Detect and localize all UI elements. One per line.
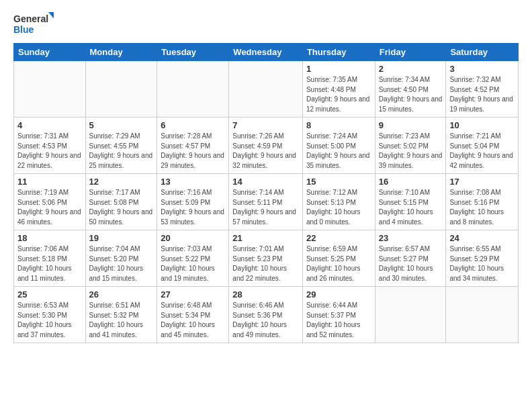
day-number: 15: [306, 177, 371, 187]
day-header-tuesday: Tuesday: [157, 44, 229, 61]
calendar-table: SundayMondayTuesdayWednesdayThursdayFrid…: [13, 43, 519, 343]
day-number: 20: [161, 233, 225, 243]
cell-info: Sunrise: 7:06 AM Sunset: 5:18 PM Dayligh…: [17, 244, 82, 283]
day-number: 7: [232, 120, 299, 130]
cell-info: Sunrise: 7:28 AM Sunset: 4:57 PM Dayligh…: [161, 132, 225, 171]
cell-info: Sunrise: 6:57 AM Sunset: 5:27 PM Dayligh…: [379, 244, 443, 283]
day-number: 17: [449, 177, 515, 187]
calendar-cell: 12Sunrise: 7:17 AM Sunset: 5:08 PM Dayli…: [85, 174, 157, 230]
day-number: 5: [89, 120, 154, 130]
cell-info: Sunrise: 7:10 AM Sunset: 5:15 PM Dayligh…: [379, 188, 443, 227]
day-header-friday: Friday: [375, 44, 446, 61]
cell-info: Sunrise: 7:17 AM Sunset: 5:08 PM Dayligh…: [89, 188, 154, 227]
calendar-cell: 15Sunrise: 7:12 AM Sunset: 5:13 PM Dayli…: [302, 174, 375, 230]
cell-info: Sunrise: 7:26 AM Sunset: 4:59 PM Dayligh…: [232, 132, 299, 171]
calendar-cell: [229, 61, 303, 118]
calendar-cell: 26Sunrise: 6:51 AM Sunset: 5:32 PM Dayli…: [85, 287, 157, 343]
calendar-cell: 4Sunrise: 7:31 AM Sunset: 4:53 PM Daylig…: [14, 118, 86, 174]
cell-info: Sunrise: 7:14 AM Sunset: 5:11 PM Dayligh…: [232, 188, 299, 227]
day-number: 13: [161, 177, 225, 187]
cell-info: Sunrise: 7:23 AM Sunset: 5:02 PM Dayligh…: [379, 132, 443, 171]
day-number: 9: [379, 120, 443, 130]
cell-info: Sunrise: 7:29 AM Sunset: 4:55 PM Dayligh…: [89, 132, 154, 171]
day-number: 2: [379, 64, 443, 74]
day-number: 10: [449, 120, 515, 130]
calendar-week-row: 25Sunrise: 6:53 AM Sunset: 5:30 PM Dayli…: [14, 287, 519, 343]
day-header-thursday: Thursday: [302, 44, 375, 61]
cell-info: Sunrise: 6:51 AM Sunset: 5:32 PM Dayligh…: [89, 301, 154, 340]
cell-info: Sunrise: 7:21 AM Sunset: 5:04 PM Dayligh…: [449, 132, 515, 171]
calendar-cell: [157, 61, 229, 118]
calendar-week-row: 1Sunrise: 7:35 AM Sunset: 4:48 PM Daylig…: [14, 61, 519, 118]
cell-info: Sunrise: 7:08 AM Sunset: 5:16 PM Dayligh…: [449, 188, 515, 227]
calendar-cell: 21Sunrise: 7:01 AM Sunset: 5:23 PM Dayli…: [229, 230, 303, 287]
calendar-cell: 8Sunrise: 7:24 AM Sunset: 5:00 PM Daylig…: [302, 118, 375, 174]
calendar-cell: 2Sunrise: 7:34 AM Sunset: 4:50 PM Daylig…: [375, 61, 446, 118]
cell-info: Sunrise: 7:35 AM Sunset: 4:48 PM Dayligh…: [306, 75, 371, 114]
day-number: 11: [17, 177, 82, 187]
cell-info: Sunrise: 7:32 AM Sunset: 4:52 PM Dayligh…: [449, 75, 515, 114]
day-number: 26: [89, 289, 154, 300]
day-number: 16: [379, 177, 443, 187]
day-number: 29: [306, 289, 371, 300]
day-number: 14: [232, 177, 299, 187]
calendar-cell: 20Sunrise: 7:03 AM Sunset: 5:22 PM Dayli…: [157, 230, 229, 287]
day-number: 12: [89, 177, 154, 187]
day-number: 4: [17, 120, 82, 130]
calendar-cell: [85, 61, 157, 118]
page-header: General Blue: [13, 11, 519, 38]
calendar-week-row: 11Sunrise: 7:19 AM Sunset: 5:06 PM Dayli…: [14, 174, 519, 230]
calendar-cell: 1Sunrise: 7:35 AM Sunset: 4:48 PM Daylig…: [302, 61, 375, 118]
cell-info: Sunrise: 7:04 AM Sunset: 5:20 PM Dayligh…: [89, 244, 154, 283]
logo-svg: General Blue: [13, 11, 54, 38]
calendar-week-row: 18Sunrise: 7:06 AM Sunset: 5:18 PM Dayli…: [14, 230, 519, 287]
cell-info: Sunrise: 6:48 AM Sunset: 5:34 PM Dayligh…: [161, 301, 225, 340]
calendar-cell: 7Sunrise: 7:26 AM Sunset: 4:59 PM Daylig…: [229, 118, 303, 174]
calendar-cell: 14Sunrise: 7:14 AM Sunset: 5:11 PM Dayli…: [229, 174, 303, 230]
calendar-cell: 23Sunrise: 6:57 AM Sunset: 5:27 PM Dayli…: [375, 230, 446, 287]
cell-info: Sunrise: 6:46 AM Sunset: 5:36 PM Dayligh…: [232, 301, 299, 340]
day-header-wednesday: Wednesday: [229, 44, 303, 61]
calendar-header-row: SundayMondayTuesdayWednesdayThursdayFrid…: [14, 44, 519, 61]
calendar-cell: 19Sunrise: 7:04 AM Sunset: 5:20 PM Dayli…: [85, 230, 157, 287]
calendar-week-row: 4Sunrise: 7:31 AM Sunset: 4:53 PM Daylig…: [14, 118, 519, 174]
day-number: 6: [161, 120, 225, 130]
day-number: 22: [306, 233, 371, 243]
calendar-cell: [14, 61, 86, 118]
calendar-cell: 3Sunrise: 7:32 AM Sunset: 4:52 PM Daylig…: [446, 61, 519, 118]
day-number: 23: [379, 233, 443, 243]
cell-info: Sunrise: 6:55 AM Sunset: 5:29 PM Dayligh…: [449, 244, 515, 283]
cell-info: Sunrise: 7:01 AM Sunset: 5:23 PM Dayligh…: [232, 244, 299, 283]
cell-info: Sunrise: 7:03 AM Sunset: 5:22 PM Dayligh…: [161, 244, 225, 283]
calendar-cell: 17Sunrise: 7:08 AM Sunset: 5:16 PM Dayli…: [446, 174, 519, 230]
day-number: 28: [232, 289, 299, 300]
cell-info: Sunrise: 6:59 AM Sunset: 5:25 PM Dayligh…: [306, 244, 371, 283]
svg-marker-2: [48, 12, 54, 20]
logo: General Blue: [13, 11, 54, 38]
calendar-cell: 29Sunrise: 6:44 AM Sunset: 5:37 PM Dayli…: [302, 287, 375, 343]
cell-info: Sunrise: 7:24 AM Sunset: 5:00 PM Dayligh…: [306, 132, 371, 171]
svg-text:General: General: [13, 13, 48, 24]
cell-info: Sunrise: 6:44 AM Sunset: 5:37 PM Dayligh…: [306, 301, 371, 340]
calendar-cell: [375, 287, 446, 343]
calendar-cell: 24Sunrise: 6:55 AM Sunset: 5:29 PM Dayli…: [446, 230, 519, 287]
day-number: 24: [449, 233, 515, 243]
calendar-cell: 6Sunrise: 7:28 AM Sunset: 4:57 PM Daylig…: [157, 118, 229, 174]
cell-info: Sunrise: 7:19 AM Sunset: 5:06 PM Dayligh…: [17, 188, 82, 227]
calendar-cell: 5Sunrise: 7:29 AM Sunset: 4:55 PM Daylig…: [85, 118, 157, 174]
day-number: 25: [17, 289, 82, 300]
cell-info: Sunrise: 7:31 AM Sunset: 4:53 PM Dayligh…: [17, 132, 82, 171]
day-number: 19: [89, 233, 154, 243]
day-number: 27: [161, 289, 225, 300]
calendar-cell: 9Sunrise: 7:23 AM Sunset: 5:02 PM Daylig…: [375, 118, 446, 174]
day-number: 18: [17, 233, 82, 243]
svg-text:Blue: Blue: [13, 24, 34, 35]
calendar-cell: 11Sunrise: 7:19 AM Sunset: 5:06 PM Dayli…: [14, 174, 86, 230]
calendar-cell: 28Sunrise: 6:46 AM Sunset: 5:36 PM Dayli…: [229, 287, 303, 343]
day-header-saturday: Saturday: [446, 44, 519, 61]
day-header-monday: Monday: [85, 44, 157, 61]
calendar-cell: 25Sunrise: 6:53 AM Sunset: 5:30 PM Dayli…: [14, 287, 86, 343]
calendar-cell: 13Sunrise: 7:16 AM Sunset: 5:09 PM Dayli…: [157, 174, 229, 230]
cell-info: Sunrise: 7:16 AM Sunset: 5:09 PM Dayligh…: [161, 188, 225, 227]
calendar-cell: 10Sunrise: 7:21 AM Sunset: 5:04 PM Dayli…: [446, 118, 519, 174]
